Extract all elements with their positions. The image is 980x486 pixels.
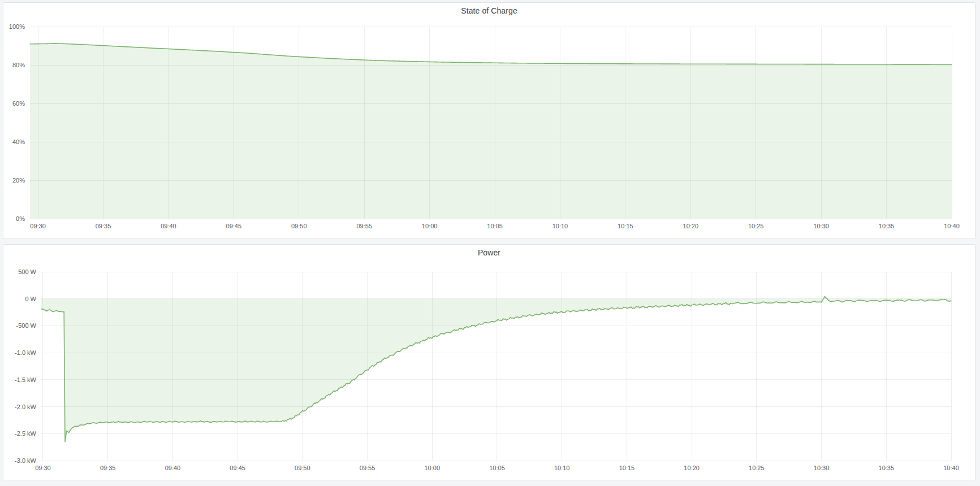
y-tick-label: -2.5 kW: [15, 430, 37, 437]
x-tick-label: 09:45: [230, 465, 245, 471]
x-tick-label: 09:55: [360, 465, 375, 471]
x-tick-label: 09:45: [226, 223, 242, 229]
y-tick-label: 80%: [12, 62, 25, 68]
y-tick-label: -2.0 kW: [15, 403, 37, 410]
y-tick-label: 0%: [16, 215, 25, 222]
x-tick-label: 10:30: [814, 465, 830, 471]
x-tick-label: 10:00: [422, 223, 438, 229]
x-tick-label: 10:10: [554, 465, 570, 471]
power-chart[interactable]: 500 W0 W-500 W-1.0 kW-1.5 kW-2.0 kW-2.5 …: [3, 245, 975, 480]
y-tick-label: 500 W: [18, 268, 36, 275]
y-tick-label: 60%: [12, 100, 25, 107]
x-tick-label: 10:00: [425, 465, 441, 471]
series-fill: [41, 296, 951, 441]
x-tick-label: 10:20: [683, 223, 699, 229]
x-tick-label: 10:35: [879, 223, 895, 229]
panel-title-power[interactable]: Power: [3, 245, 975, 261]
x-tick-label: 10:30: [813, 223, 829, 229]
x-tick-label: 09:30: [30, 223, 46, 229]
x-tick-label: 09:30: [35, 465, 51, 471]
x-tick-label: 09:55: [356, 223, 372, 229]
y-tick-label: -1.0 kW: [15, 349, 37, 356]
x-tick-label: 10:15: [619, 465, 635, 471]
x-tick-label: 10:05: [489, 465, 505, 471]
chart-svg: 500 W0 W-500 W-1.0 kW-1.5 kW-2.0 kW-2.5 …: [3, 245, 975, 480]
chart-svg: 100%80%60%40%20%0%09:3009:3509:4009:4509…: [3, 3, 975, 238]
x-tick-label: 10:40: [943, 465, 959, 471]
x-tick-label: 09:35: [96, 223, 111, 229]
x-tick-label: 09:40: [165, 465, 181, 471]
x-tick-label: 09:35: [100, 465, 116, 471]
panel-power: Power 500 W0 W-500 W-1.0 kW-1.5 kW-2.0 k…: [3, 244, 975, 480]
panel-state-of-charge: State of Charge 100%80%60%40%20%0%09:300…: [3, 2, 975, 239]
y-tick-label: -1.5 kW: [15, 376, 37, 383]
x-tick-label: 10:25: [749, 465, 765, 471]
panel-title-state-of-charge[interactable]: State of Charge: [3, 3, 975, 19]
series-fill: [30, 44, 952, 219]
x-tick-label: 10:10: [552, 223, 568, 229]
x-tick-label: 09:50: [295, 465, 310, 471]
x-tick-label: 09:40: [161, 223, 176, 229]
y-tick-label: -3.0 kW: [15, 457, 37, 464]
y-tick-label: 100%: [9, 23, 25, 30]
y-tick-label: 0 W: [25, 296, 36, 302]
x-tick-label: 10:20: [684, 465, 700, 471]
y-tick-label: -500 W: [16, 322, 37, 329]
x-tick-label: 10:35: [879, 465, 895, 471]
y-tick-label: 20%: [12, 177, 25, 184]
x-tick-label: 10:05: [487, 223, 503, 229]
x-tick-label: 09:50: [291, 223, 307, 229]
y-tick-label: 40%: [12, 138, 25, 145]
x-tick-label: 10:40: [944, 223, 960, 229]
x-tick-label: 10:25: [748, 223, 764, 229]
x-tick-label: 10:15: [618, 223, 633, 229]
state-of-charge-chart[interactable]: 100%80%60%40%20%0%09:3009:3509:4009:4509…: [3, 3, 975, 238]
